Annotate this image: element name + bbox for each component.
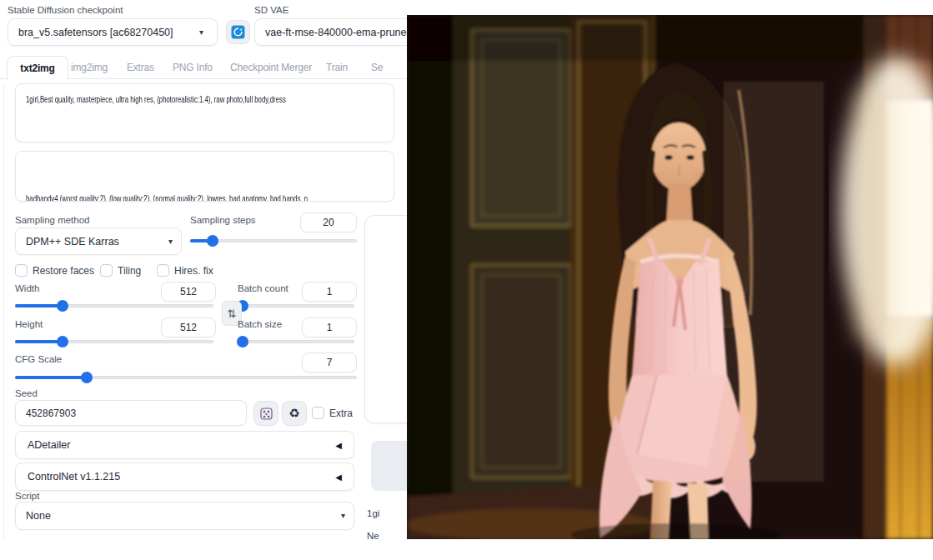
output-gallery[interactable] <box>364 215 407 423</box>
batch-count-label: Batch count <box>238 283 288 293</box>
restore-faces-checkbox[interactable] <box>15 264 28 277</box>
cfg-scale-label: CFG Scale <box>15 354 62 364</box>
prompt-textarea[interactable]: 1girl,Best quality, masterpiece, ultra h… <box>15 83 394 142</box>
batch-size-input[interactable]: 1 <box>302 318 357 338</box>
negative-prompt-line1: badhandv4 (worst quality:2), (low qualit… <box>26 191 383 202</box>
vae-value: vae-ft-mse-840000-ema-pruned <box>265 27 407 38</box>
generated-image <box>407 15 933 539</box>
chevron-down-icon: ▾ <box>168 236 173 245</box>
stable-diffusion-webui: Stable Diffusion checkpoint bra_v5.safet… <box>0 0 933 560</box>
seed-input[interactable]: 452867903 <box>15 400 247 426</box>
checkpoint-value: bra_v5.safetensors [ac68270450] <box>18 27 173 38</box>
width-slider[interactable] <box>15 300 213 312</box>
chevron-down-icon: ▾ <box>341 511 345 520</box>
script-dropdown[interactable]: None ▾ <box>15 502 354 530</box>
height-slider[interactable] <box>15 336 213 348</box>
extra-seed-label[interactable]: Extra <box>329 408 353 419</box>
extra-seed-checkbox[interactable] <box>312 407 324 419</box>
tab-png-info[interactable]: PNG Info <box>173 56 213 79</box>
chevron-down-icon: ▾ <box>199 27 203 36</box>
tab-checkpoint-merger[interactable]: Checkpoint Merger <box>230 56 312 79</box>
dice-icon <box>260 408 273 420</box>
batch-count-slider[interactable] <box>238 300 354 312</box>
accordion-collapsed-icon: ◀ <box>335 472 342 482</box>
prompt-text: 1girl,Best quality, masterpiece, ultra h… <box>26 92 383 108</box>
generation-info-line1: 1gi <box>367 508 379 518</box>
height-label: Height <box>15 319 43 329</box>
tab-settings[interactable]: Se <box>371 56 383 79</box>
seed-label: Seed <box>15 388 38 398</box>
window-light-glow <box>840 57 933 365</box>
slider-thumb[interactable] <box>237 336 248 348</box>
tiling-checkbox[interactable] <box>100 264 113 277</box>
refresh-icon <box>231 25 245 39</box>
tiling-label[interactable]: Tiling <box>118 265 141 277</box>
panel-border-line <box>3 83 4 540</box>
tab-train[interactable]: Train <box>326 56 348 79</box>
slider-thumb[interactable] <box>207 235 218 247</box>
adetailer-accordion[interactable]: ADetailer ◀ <box>15 431 354 459</box>
controlnet-accordion[interactable]: ControlNet v1.1.215 ◀ <box>15 462 354 491</box>
tab-txt2img[interactable]: txt2img <box>7 56 68 80</box>
output-toolbar[interactable] <box>371 441 407 491</box>
swap-axes-icon: ⇅ <box>228 308 237 320</box>
recycle-icon: ♻ <box>288 406 299 421</box>
sampling-method-dropdown[interactable]: DPM++ SDE Karras ▾ <box>15 228 182 255</box>
sampling-steps-slider[interactable] <box>190 235 357 247</box>
checkpoint-label: Stable Diffusion checkpoint <box>8 5 123 15</box>
cfg-scale-slider[interactable] <box>15 372 357 383</box>
checkpoint-dropdown[interactable]: bra_v5.safetensors [ac68270450] ▾ <box>8 18 218 46</box>
reuse-seed-button[interactable]: ♻ <box>282 401 307 426</box>
restore-faces-label[interactable]: Restore faces <box>33 265 94 277</box>
sampling-method-label: Sampling method <box>15 215 90 225</box>
vae-dropdown[interactable]: vae-ft-mse-840000-ema-pruned <box>254 18 407 46</box>
slider-thumb[interactable] <box>81 372 93 383</box>
main-tabs: txt2img img2img Extras PNG Info Checkpoi… <box>0 56 407 79</box>
width-label: Width <box>15 283 39 293</box>
slider-thumb[interactable] <box>57 300 68 312</box>
height-input[interactable]: 512 <box>161 318 216 338</box>
script-value: None <box>26 510 51 522</box>
random-seed-button[interactable] <box>253 401 278 426</box>
hires-fix-label[interactable]: Hires. fix <box>174 265 213 277</box>
sampling-method-value: DPM++ SDE Karras <box>26 236 119 248</box>
batch-size-label: Batch size <box>238 319 282 329</box>
accordion-collapsed-icon: ◀ <box>335 441 342 450</box>
sampling-steps-input[interactable]: 20 <box>300 212 357 232</box>
batch-count-input[interactable]: 1 <box>302 282 357 302</box>
width-input[interactable]: 512 <box>161 282 216 302</box>
sampling-steps-label: Sampling steps <box>190 215 256 225</box>
generation-info-line2: Ne <box>367 531 379 541</box>
batch-size-slider[interactable] <box>238 336 354 348</box>
slider-thumb[interactable] <box>57 336 68 348</box>
txt2img-panel: Stable Diffusion checkpoint bra_v5.safet… <box>0 0 407 560</box>
negative-prompt-textarea[interactable]: badhandv4 (worst quality:2), (low qualit… <box>15 151 394 202</box>
adetailer-label: ADetailer <box>28 439 70 451</box>
controlnet-label: ControlNet v1.1.215 <box>28 471 120 482</box>
script-label: Script <box>15 491 39 501</box>
tab-img2img[interactable]: img2img <box>71 56 108 79</box>
tab-extras[interactable]: Extras <box>127 56 154 79</box>
refresh-checkpoint-button[interactable] <box>226 20 250 44</box>
cfg-scale-input[interactable]: 7 <box>302 352 357 372</box>
vae-label: SD VAE <box>254 5 288 15</box>
generated-image-canvas <box>407 15 933 539</box>
hires-fix-checkbox[interactable] <box>157 264 169 277</box>
